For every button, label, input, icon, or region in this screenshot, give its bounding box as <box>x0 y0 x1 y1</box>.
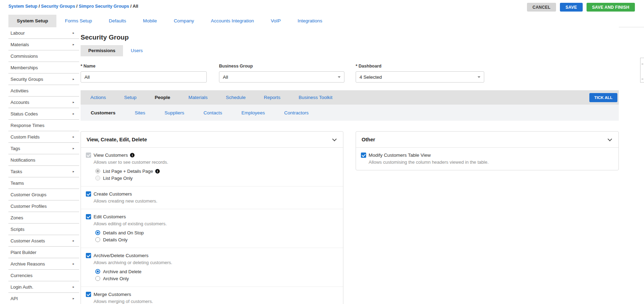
scrollbar-grip <box>642 64 643 64</box>
entity-tab[interactable]: Customers <box>91 110 116 115</box>
radio-group-archive-delete-customers: Archive and Delete Archive Only <box>95 268 337 282</box>
sidebar-item-label: Currencies <box>11 273 33 278</box>
sidebar-item[interactable]: Customer Groups <box>8 189 79 200</box>
sidebar-item-label: Login Auth. <box>11 284 33 290</box>
page-title: Security Group <box>81 34 129 41</box>
sidebar-item[interactable]: Scripts <box>8 224 79 235</box>
sidebar-item[interactable]: Login Auth. ▸ <box>8 281 79 293</box>
sidebar-item[interactable]: Custom Fields ▸ <box>8 131 79 143</box>
top-tab[interactable]: Defaults <box>101 15 135 27</box>
breadcrumb-link[interactable]: Simpro Security Groups <box>79 4 129 9</box>
entity-tab[interactable]: Contacts <box>204 110 222 115</box>
category-tab[interactable]: People <box>155 95 170 100</box>
category-tab[interactable]: Setup <box>124 95 136 100</box>
sidebar-item[interactable]: Teams <box>8 177 79 189</box>
category-tab[interactable]: Actions <box>90 95 106 100</box>
save-button[interactable]: SAVE <box>560 3 583 12</box>
scrollbar[interactable] <box>640 58 644 83</box>
sidebar-item[interactable]: Customer Assets ▸ <box>8 235 79 247</box>
info-icon[interactable]: i <box>130 153 135 157</box>
chevron-down-icon[interactable] <box>332 137 337 141</box>
sidebar-item[interactable]: Security Groups ▸ <box>8 73 79 85</box>
sidebar-item[interactable]: Tags ▸ <box>8 143 79 154</box>
view-tab[interactable]: Users <box>123 45 150 56</box>
sidebar-item-label: Status Codes <box>11 111 38 116</box>
top-tab[interactable]: Integrations <box>289 15 331 27</box>
breadcrumb-link[interactable]: Security Groups <box>41 4 75 9</box>
sidebar-item[interactable]: Status Codes ▸ <box>8 108 79 120</box>
sidebar-item-label: Security Groups <box>11 77 43 82</box>
category-tab[interactable]: Materials <box>189 95 208 100</box>
category-tab[interactable]: Reports <box>264 95 280 100</box>
breadcrumb-link[interactable]: System Setup <box>8 4 37 9</box>
sidebar-item[interactable]: Notifications <box>8 154 79 166</box>
permissions-panel-view-create-edit-delete: View, Create, Edit, Delete View Customer… <box>81 131 343 304</box>
radio-archive-only[interactable] <box>95 276 100 281</box>
sidebar-item[interactable]: Materials ▸ <box>8 39 79 50</box>
entity-tab[interactable]: Employees <box>241 110 265 115</box>
top-tab[interactable]: Mobile <box>135 15 165 27</box>
sidebar-item-label: Accounts <box>11 100 29 105</box>
chevron-right-icon: ▸ <box>73 147 74 150</box>
view-tab[interactable]: Permissions <box>81 45 123 56</box>
sidebar-item[interactable]: Labour ▸ <box>8 27 79 39</box>
top-tab[interactable]: Forms Setup <box>56 15 100 27</box>
category-tab[interactable]: Schedule <box>226 95 246 100</box>
checkbox-create-customers[interactable] <box>86 191 91 197</box>
entity-tab[interactable]: Suppliers <box>165 110 184 115</box>
top-tab[interactable]: Company <box>165 15 203 27</box>
sidebar-item-label: API <box>11 296 18 301</box>
top-tab[interactable]: Accounts Integration <box>203 15 262 27</box>
permission-description: Allows archiving or deleting customers. <box>94 260 337 266</box>
category-tab[interactable]: Business Toolkit <box>299 95 333 100</box>
entity-tab[interactable]: Sites <box>135 110 145 115</box>
sidebar-item[interactable]: Plant Builder <box>8 247 79 258</box>
breadcrumb-link[interactable]: All <box>133 4 138 9</box>
permission-create-customers: Create Customers Allows creating new cus… <box>81 186 343 209</box>
radio-details-and-on-stop[interactable] <box>95 230 100 235</box>
dashboard-label: * Dashboard <box>356 64 484 69</box>
sidebar-item[interactable]: Memberships <box>8 62 79 73</box>
checkbox-modify-customers-table-view[interactable] <box>361 153 366 158</box>
checkbox-merge-customers[interactable] <box>86 292 91 297</box>
permission-description: Allows user to see customer records. <box>94 159 337 165</box>
radio-list-page-only <box>95 176 100 181</box>
radio-details-only[interactable] <box>95 237 100 242</box>
checkbox-archive-delete-customers[interactable] <box>86 253 91 258</box>
sidebar-item[interactable]: Response Times <box>8 120 79 131</box>
checkbox-view-customers <box>86 153 91 158</box>
chevron-down-icon[interactable] <box>608 137 612 141</box>
dashboard-select[interactable]: 4 Selected <box>356 71 484 83</box>
sidebar-item[interactable]: Commissions <box>8 50 79 62</box>
chevron-down-icon <box>338 76 341 78</box>
checkbox-edit-customers[interactable] <box>86 214 91 219</box>
cancel-button[interactable]: CANCEL <box>527 3 556 12</box>
save-and-finish-button[interactable]: SAVE AND FINISH <box>587 3 635 12</box>
business-group-select[interactable]: All <box>219 71 344 83</box>
sidebar-item[interactable]: Currencies <box>8 270 79 281</box>
sidebar-item-label: Activities <box>11 88 28 93</box>
sidebar-item[interactable]: Zones <box>8 212 79 224</box>
top-tab[interactable]: System Setup <box>8 15 56 27</box>
sidebar-item-label: Plant Builder <box>11 250 36 255</box>
sidebar-item[interactable]: API ▸ <box>8 293 79 304</box>
sidebar-item[interactable]: Tasks ▸ <box>8 166 79 177</box>
sidebar-item-label: Tasks <box>11 169 22 174</box>
info-icon[interactable]: i <box>155 169 160 174</box>
top-tab[interactable]: VoIP <box>262 15 289 27</box>
chevron-right-icon: ▸ <box>73 43 74 46</box>
entity-tab-bar: Customers Sites Suppliers Contacts Emplo… <box>81 105 619 121</box>
sidebar-item[interactable]: Customer Profiles <box>8 200 79 212</box>
sidebar-item[interactable]: Accounts ▸ <box>8 97 79 108</box>
entity-tab[interactable]: Contractors <box>284 110 309 115</box>
name-input[interactable] <box>81 71 207 83</box>
radio-archive-and-delete[interactable] <box>95 269 100 274</box>
sidebar-item[interactable]: Archive Reasons ▸ <box>8 258 79 270</box>
tick-all-button[interactable]: TICK ALL <box>589 93 617 102</box>
breadcrumb-item: System Setup / <box>8 4 41 9</box>
chevron-right-icon: ▸ <box>73 112 74 115</box>
sidebar-item[interactable]: Activities <box>8 85 79 97</box>
radio-label: Archive and Delete <box>103 269 142 274</box>
breadcrumb-item: Simpro Security Groups / <box>79 4 133 9</box>
panel-header: View, Create, Edit, Delete <box>81 132 343 148</box>
